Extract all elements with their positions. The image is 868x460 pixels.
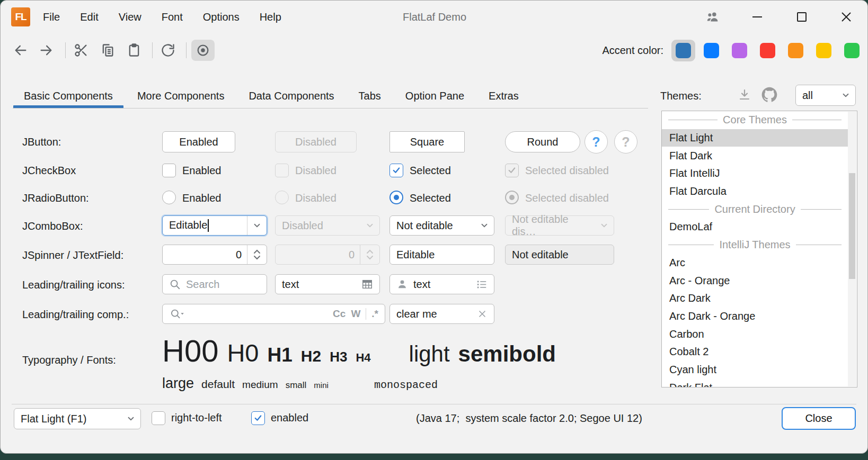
github-button[interactable]	[761, 86, 778, 103]
copy-icon	[100, 43, 115, 58]
jbutton-square[interactable]: Square	[389, 131, 465, 152]
spinner-arrows-icon[interactable]	[252, 248, 262, 261]
check-icon	[507, 166, 517, 175]
accent-swatch-4[interactable]	[784, 40, 808, 61]
accent-swatch-6[interactable]	[840, 40, 864, 61]
spinner[interactable]: 0	[162, 245, 267, 265]
menu-help[interactable]: Help	[259, 9, 282, 25]
theme-item-cyan-light[interactable]: Cyan light	[662, 361, 848, 379]
paste-button[interactable]	[122, 40, 146, 61]
radio-enabled[interactable]	[162, 191, 176, 204]
accent-color	[760, 43, 775, 58]
rtl-checkbox[interactable]	[152, 411, 165, 425]
titlebar: FL FileEditViewFontOptionsHelp FlatLaf D…	[1, 1, 867, 33]
spinner-value: 0	[236, 249, 247, 261]
match-case-button[interactable]: Cc	[333, 308, 346, 320]
regex-button[interactable]: .*	[371, 308, 378, 320]
toolbar-separator	[65, 42, 66, 58]
checkbox-enabled[interactable]	[162, 164, 176, 177]
accent-swatch-0-selected[interactable]	[671, 40, 695, 61]
accent-swatch-5[interactable]	[812, 40, 836, 61]
text-field-value: text	[413, 278, 430, 291]
clearable-field[interactable]: clear me	[389, 304, 494, 324]
leading-trailing-comp-label: Leading/trailing comp.:	[22, 309, 129, 321]
themes-label: Themes:	[660, 90, 702, 102]
copy-button[interactable]	[96, 40, 119, 61]
theme-item-demolaf[interactable]: DemoLaf	[662, 218, 848, 236]
theme-item-flat-light[interactable]: Flat Light	[662, 129, 848, 147]
chevron-down-icon	[252, 221, 262, 230]
menu-view[interactable]: View	[118, 9, 143, 25]
combobox-editable[interactable]: Editable	[162, 215, 267, 236]
table-icon	[361, 278, 373, 290]
menubar: FileEditViewFontOptionsHelp	[42, 1, 282, 33]
close-button[interactable]: Close	[782, 407, 856, 430]
menu-file[interactable]: File	[42, 9, 61, 25]
theme-group-label: Core Themes	[723, 114, 787, 126]
theme-item-carbon[interactable]: Carbon	[662, 325, 848, 343]
tab-extras[interactable]: Extras	[489, 83, 519, 109]
cut-button[interactable]	[69, 40, 93, 61]
whole-word-button[interactable]: W	[351, 308, 360, 320]
checkbox-enabled-label: Enabled	[182, 165, 221, 177]
accent-color	[676, 43, 691, 58]
theme-item-cobalt-2[interactable]: Cobalt 2	[662, 343, 848, 361]
checkbox-selected-disabled-label: Selected disabled	[525, 165, 609, 177]
text-caret	[208, 219, 209, 232]
maximize-button[interactable]	[794, 10, 809, 24]
jbutton-round[interactable]: Round	[505, 131, 580, 152]
theme-item-arc-dark[interactable]: Arc Dark	[662, 290, 848, 308]
tab-option-pane[interactable]: Option Pane	[405, 83, 464, 109]
scrollbar-thumb[interactable]	[849, 173, 855, 279]
menu-options[interactable]: Options	[202, 9, 241, 25]
minimize-button[interactable]	[750, 10, 765, 24]
tab-data-components[interactable]: Data Components	[249, 83, 334, 109]
textfield-editable[interactable]: Editable	[389, 245, 494, 265]
combobox-not-editable-disabled-value: Not editable dis…	[512, 213, 595, 238]
theme-item-dark-flat[interactable]: Dark Flat	[662, 378, 848, 387]
download-themes-button[interactable]	[736, 86, 753, 103]
text-field-value: text	[282, 278, 299, 291]
combobox-not-editable[interactable]: Not editable	[389, 215, 494, 236]
jbutton-help-disabled: ?	[614, 130, 637, 154]
theme-list-scrollbar[interactable]	[848, 112, 856, 386]
tab-basic-components[interactable]: Basic Components	[24, 83, 113, 109]
clear-icon[interactable]	[477, 309, 488, 319]
text-field-person-list[interactable]: text	[389, 274, 494, 294]
chevron-down-icon	[365, 221, 375, 230]
text-field-table[interactable]: text	[275, 274, 380, 294]
checkbox-selected[interactable]	[389, 164, 403, 177]
accent-swatch-2[interactable]	[728, 40, 751, 61]
theme-item-arc[interactable]: Arc	[662, 254, 848, 272]
forward-button[interactable]	[34, 40, 58, 61]
monospaced-sample: monospaced	[374, 379, 438, 391]
menu-font[interactable]: Font	[161, 9, 184, 25]
close-window-button[interactable]	[839, 10, 854, 24]
accent-swatch-3[interactable]	[756, 40, 780, 61]
menu-edit[interactable]: Edit	[79, 9, 99, 25]
refresh-button[interactable]	[156, 40, 180, 61]
spinner-disabled-value: 0	[349, 249, 360, 261]
show-hover-effects-toggle[interactable]	[191, 40, 215, 61]
theme-item-flat-dark[interactable]: Flat Dark	[662, 147, 848, 165]
list-icon	[476, 278, 488, 290]
back-button[interactable]	[9, 40, 32, 61]
search-field-with-options[interactable]: Cc W .*	[162, 304, 385, 324]
theme-item-flat-darcula[interactable]: Flat Darcula	[662, 183, 848, 201]
jbutton-enabled[interactable]: Enabled	[162, 131, 235, 152]
tab-more-components[interactable]: More Components	[137, 83, 225, 109]
tab-tabs[interactable]: Tabs	[359, 83, 381, 109]
accent-swatch-1[interactable]	[699, 40, 723, 61]
laf-combo[interactable]: Flat Light (F1)	[14, 408, 141, 429]
themes-filter-combo[interactable]: all	[795, 85, 856, 106]
themes-filter-value: all	[802, 89, 813, 102]
search-dropdown-icon[interactable]	[169, 308, 185, 320]
theme-item-arc-orange[interactable]: Arc - Orange	[662, 272, 848, 290]
theme-item-flat-intellij[interactable]: Flat IntelliJ	[662, 165, 848, 183]
jbutton-help[interactable]: ?	[584, 130, 608, 154]
theme-item-arc-dark-orange[interactable]: Arc Dark - Orange	[662, 308, 848, 326]
users-button[interactable]	[705, 10, 720, 24]
enabled-checkbox[interactable]	[251, 411, 265, 425]
search-field[interactable]: Search	[162, 274, 267, 294]
radio-selected[interactable]	[389, 191, 403, 204]
